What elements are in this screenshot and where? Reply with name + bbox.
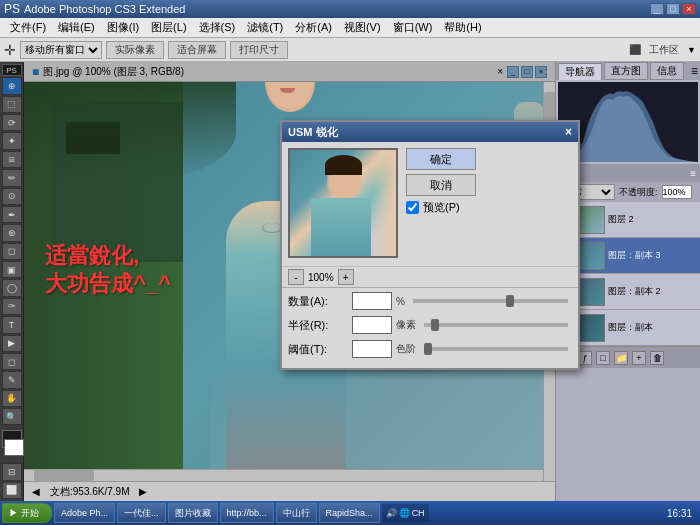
move-tool-button[interactable]: ⊕ — [2, 77, 22, 94]
layers-menu-icon[interactable]: ≡ — [690, 168, 696, 179]
layer-name-copy: 图层：副本 — [608, 321, 696, 334]
delete-layer-button[interactable]: 🗑 — [650, 351, 664, 365]
screen-mode-button[interactable]: ⬜ — [2, 482, 22, 499]
taskbar-item-3[interactable]: http://bb... — [220, 503, 274, 523]
radius-slider-handle[interactable] — [431, 319, 439, 331]
usm-zoom-controls: - 100% + — [282, 266, 578, 287]
fit-screen-button[interactable]: 适合屏幕 — [168, 41, 226, 59]
layer-mask-button[interactable]: □ — [596, 351, 610, 365]
usm-body: 确定 取消 预览(P) — [282, 142, 578, 264]
taskbar-item-4[interactable]: 中山行 — [276, 503, 317, 523]
scrollbar-thumb-h[interactable] — [34, 470, 94, 481]
clock: 16:31 — [661, 508, 698, 519]
new-group-button[interactable]: 📁 — [614, 351, 628, 365]
text-tool-button[interactable]: T — [2, 316, 22, 333]
preview-check-label: 预览(P) — [423, 200, 460, 215]
workspace-icon: ⬛ — [629, 44, 641, 55]
menu-select[interactable]: 选择(S) — [193, 18, 242, 37]
necklace — [262, 223, 282, 233]
layer-thumbnail-copy3 — [577, 242, 605, 270]
taskbar-photoshop[interactable]: Adobe Ph... — [54, 503, 115, 523]
close-button[interactable]: × — [682, 3, 696, 15]
zoom-out-button[interactable]: - — [288, 269, 304, 285]
radius-unit: 像素 — [396, 318, 416, 332]
opacity-input[interactable] — [662, 185, 692, 199]
dodge-tool-button[interactable]: ◯ — [2, 279, 22, 296]
preview-checkbox[interactable] — [406, 201, 419, 214]
lasso-tool-button[interactable]: ⟳ — [2, 114, 22, 131]
workspace-label: 工作区 — [645, 43, 683, 57]
canvas-close-btn[interactable]: × — [535, 66, 547, 78]
threshold-slider-handle[interactable] — [424, 343, 432, 355]
pen-tool-button[interactable]: ✑ — [2, 298, 22, 315]
menu-layer[interactable]: 图层(L) — [145, 18, 192, 37]
layer-style-button[interactable]: ƒ — [578, 351, 592, 365]
healing-brush-button[interactable]: ⊙ — [2, 188, 22, 205]
zoom-in-button[interactable]: + — [338, 269, 354, 285]
canvas-navigate-right[interactable]: ▶ — [139, 486, 147, 497]
foliage-top — [24, 82, 236, 182]
canvas-text-line1: 适當銳化, — [45, 242, 171, 271]
layer-name-copy3: 图层：副本 3 — [608, 249, 696, 262]
radius-slider[interactable] — [424, 323, 568, 327]
canvas-max-btn[interactable]: □ — [521, 66, 533, 78]
shape-tool-button[interactable]: ◻ — [2, 353, 22, 370]
canvas-min-btn[interactable]: _ — [507, 66, 519, 78]
gradient-tool-button[interactable]: ▣ — [2, 261, 22, 278]
eraser-tool-button[interactable]: ◻ — [2, 243, 22, 260]
usm-preview-toggle[interactable]: 预览(P) — [406, 200, 572, 215]
new-layer-button[interactable]: + — [632, 351, 646, 365]
quick-mask-button[interactable]: ⊟ — [2, 463, 22, 480]
canvas-close-button[interactable]: × — [497, 66, 503, 77]
amount-unit: % — [396, 296, 405, 307]
amount-input[interactable]: 110 — [352, 292, 392, 310]
restore-button[interactable]: □ — [666, 3, 680, 15]
usm-cancel-button[interactable]: 取消 — [406, 174, 476, 196]
crop-tool-button[interactable]: ⧇ — [2, 151, 22, 168]
print-size-button[interactable]: 打印尺寸 — [230, 41, 288, 59]
canvas-text-line2: 大功告成^_^ — [45, 270, 171, 299]
threshold-input[interactable]: 0 — [352, 340, 392, 358]
taskbar-item-2[interactable]: 图片收藏 — [168, 503, 218, 523]
eyedropper-button[interactable]: ✏ — [2, 169, 22, 186]
preview-hair — [325, 155, 362, 175]
usm-close-button[interactable]: × — [565, 125, 572, 139]
panel-collapse-icon[interactable]: ≡ — [691, 64, 698, 78]
menu-file[interactable]: 文件(F) — [4, 18, 52, 37]
menu-analysis[interactable]: 分析(A) — [289, 18, 338, 37]
menu-window[interactable]: 窗口(W) — [387, 18, 439, 37]
tab-navigator[interactable]: 导航器 — [558, 63, 602, 80]
path-selection-button[interactable]: ▶ — [2, 335, 22, 352]
menu-view[interactable]: 视图(V) — [338, 18, 387, 37]
selection-tool-button[interactable]: ⬚ — [2, 96, 22, 113]
amount-slider[interactable] — [413, 299, 568, 303]
background-color[interactable] — [4, 439, 24, 456]
start-button[interactable]: ▶ 开始 — [2, 503, 52, 523]
radius-input[interactable]: 0.5 — [352, 316, 392, 334]
actual-pixels-button[interactable]: 实际像素 — [106, 41, 164, 59]
window-dropdown[interactable]: 移动所有窗口 — [20, 41, 102, 59]
taskbar-item-5[interactable]: RapidSha... — [319, 503, 380, 523]
magic-wand-button[interactable]: ✦ — [2, 132, 22, 149]
horizontal-scrollbar[interactable] — [24, 469, 543, 481]
menu-help[interactable]: 帮助(H) — [438, 18, 487, 37]
usm-preview-area[interactable] — [288, 148, 398, 258]
menu-edit[interactable]: 编辑(E) — [52, 18, 101, 37]
hand-tool-button[interactable]: ✋ — [2, 390, 22, 407]
threshold-slider[interactable] — [424, 347, 568, 351]
usm-confirm-button[interactable]: 确定 — [406, 148, 476, 170]
brush-tool-button[interactable]: ✒ — [2, 206, 22, 223]
canvas-navigate-left[interactable]: ◀ — [32, 486, 40, 497]
layer-thumbnail-copy2 — [577, 278, 605, 306]
clone-stamp-button[interactable]: ⊛ — [2, 224, 22, 241]
menu-filter[interactable]: 滤镜(T) — [241, 18, 289, 37]
tab-info[interactable]: 信息 — [650, 62, 684, 80]
taskbar-item-1[interactable]: 一代佳... — [117, 503, 166, 523]
tab-histogram[interactable]: 直方图 — [604, 62, 648, 80]
minimize-button[interactable]: _ — [650, 3, 664, 15]
zoom-tool-button[interactable]: 🔍 — [2, 408, 22, 425]
notes-tool-button[interactable]: ✎ — [2, 371, 22, 388]
amount-slider-handle[interactable] — [506, 295, 514, 307]
scrollbar-thumb-v[interactable] — [544, 92, 555, 122]
menu-image[interactable]: 图像(I) — [101, 18, 145, 37]
